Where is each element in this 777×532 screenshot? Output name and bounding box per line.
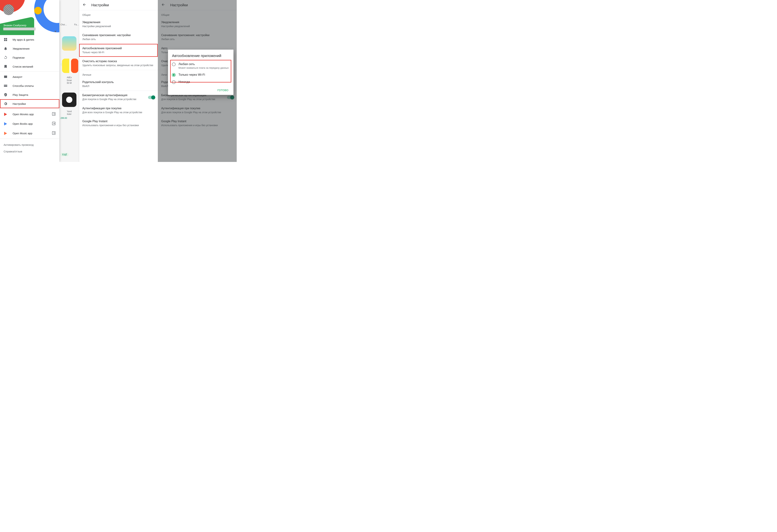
drawer-nav: My apps & games Уведомления Подписки Спи… xyxy=(0,35,60,162)
section-personal: Личные xyxy=(79,70,158,78)
row-subtitle: Настройки уведомлений xyxy=(82,25,155,28)
radio-any-network[interactable]: Любая сетьМожет взиматься плата за перед… xyxy=(172,60,229,71)
back-button[interactable] xyxy=(82,3,86,7)
row-instant: Google Play InstantИспользовать приложен… xyxy=(158,117,237,130)
app-thumbnail xyxy=(62,36,77,51)
row-title: Уведомления xyxy=(82,20,155,24)
account-email-blurred xyxy=(3,27,36,30)
done-button[interactable]: ГОТОВО xyxy=(216,87,229,93)
divider xyxy=(0,72,60,72)
row-clear-history[interactable]: Очистить историю поиска Удалить поисковы… xyxy=(79,57,158,70)
account-name: Энакин Скайуокер xyxy=(3,24,56,27)
page-title: Настройки xyxy=(91,3,109,7)
row-auth-purchase[interactable]: Аутентификация при покупке Для всех поку… xyxy=(79,104,158,117)
row-notifications[interactable]: Уведомления Настройки уведомлений xyxy=(79,18,158,31)
category-chip: Choi… xyxy=(61,23,67,26)
radio-label: Любая сеть xyxy=(179,62,229,66)
nav-open-books[interactable]: Open Books app xyxy=(0,119,60,129)
row-title: Очистить историю поиска xyxy=(82,59,155,63)
bookmark-icon xyxy=(4,64,8,69)
grid-icon xyxy=(4,37,8,41)
nav-label: Аккаунт xyxy=(13,75,22,78)
nav-subscriptions[interactable]: Подписки xyxy=(0,53,60,62)
open-external-icon xyxy=(52,122,56,126)
radio-icon xyxy=(172,73,176,77)
nav-label: Список желаний xyxy=(13,65,33,68)
nav-label: Подписки xyxy=(13,56,25,59)
row-title: Аутентификация при покупке xyxy=(82,106,155,110)
nav-wishlist[interactable]: Список желаний xyxy=(0,62,60,71)
nav-label: Способы оплаты xyxy=(13,84,34,87)
shield-icon xyxy=(4,93,8,97)
radio-label: Только через Wi-Fi xyxy=(179,73,205,77)
play-music-icon xyxy=(4,131,8,135)
nav-open-music[interactable]: Open Music app xyxy=(0,129,60,138)
card-icon xyxy=(4,84,8,88)
app-caption: AliExSmar63 M xyxy=(60,76,79,85)
row-instant[interactable]: Google Play Instant Использовать приложе… xyxy=(79,117,158,130)
nav-label: Open Movies app xyxy=(13,113,34,116)
more-pill[interactable]: ЕЩЁ xyxy=(61,153,69,156)
app-caption: Yandlister xyxy=(60,110,79,116)
play-books-icon xyxy=(4,122,8,126)
drawer-header[interactable]: Энакин Скайуокер xyxy=(0,0,60,35)
back-button xyxy=(161,3,165,7)
row-download-pref[interactable]: Скачивание приложения: настройки Любая с… xyxy=(79,31,158,44)
row-subtitle: Использовать приложения и игры без устан… xyxy=(82,124,155,127)
nav-help[interactable]: Справка/отзыв xyxy=(4,148,56,155)
chevron-down-icon[interactable] xyxy=(54,31,57,32)
row-auto-update[interactable]: Автообновление приложений Только через W… xyxy=(79,44,158,57)
app-thumbnail xyxy=(62,93,77,107)
nav-protect[interactable]: Play Защита xyxy=(0,90,60,99)
nav-notifications[interactable]: Уведомления xyxy=(0,44,60,53)
switch-toggle[interactable] xyxy=(151,96,155,99)
nav-account[interactable]: Аккаунт xyxy=(0,72,60,81)
play-movies-icon xyxy=(4,112,8,116)
row-subtitle: Для всех покупок в Google Play на этом у… xyxy=(82,111,155,114)
screenshot-settings: Настройки Общие Уведомления Настройки ув… xyxy=(79,0,158,162)
row-notifications: УведомленияНастройки уведомлений xyxy=(158,18,237,31)
row-title: Биометрическая аутентификация xyxy=(82,93,145,97)
page-title: Настройки xyxy=(170,3,188,7)
bell-icon xyxy=(4,46,8,50)
section-general: Общие xyxy=(158,10,237,18)
nav-redeem[interactable]: Активировать промокод xyxy=(4,141,56,148)
nav-label: Play Защита xyxy=(13,93,28,96)
app-thumbnail xyxy=(62,58,77,73)
screenshot-drawer: MUSIC Choi… Fa… ЕЩЁ AliExSmar63 M Yandli… xyxy=(0,0,79,162)
nav-settings[interactable]: Настройки xyxy=(0,99,60,108)
radio-never[interactable]: Никогда xyxy=(172,78,229,86)
row-subtitle: Для покупок в Google Play на этом устрой… xyxy=(82,98,145,101)
radio-icon xyxy=(172,62,176,66)
nav-payment[interactable]: Способы оплаты xyxy=(0,81,60,90)
open-external-icon xyxy=(52,112,56,117)
dialog-actions: ГОТОВО xyxy=(172,86,229,93)
nav-label: Настройки xyxy=(13,102,26,105)
nav-label: Open Books app xyxy=(13,122,33,125)
nav-open-movies[interactable]: Open Movies app xyxy=(0,110,60,119)
row-subtitle: Удалить поисковые запросы, введенные на … xyxy=(82,63,155,67)
store-content-peek: Choi… Fa… ЕЩЁ AliExSmar63 M Yandlister 2… xyxy=(60,0,79,162)
category-chip: Fa… xyxy=(74,23,79,26)
radio-wifi-only[interactable]: Только через Wi-Fi xyxy=(172,71,229,78)
section-general: Общие xyxy=(79,10,158,18)
drawer-footer: Активировать промокод Справка/отзыв xyxy=(0,139,60,157)
radio-label: Никогда xyxy=(179,80,190,84)
row-biometric[interactable]: Биометрическая аутентификация Для покупо… xyxy=(79,91,158,104)
row-parental[interactable]: Родительский контроль ВЫКЛ xyxy=(79,78,158,91)
gear-icon xyxy=(4,102,8,106)
radio-icon xyxy=(172,80,176,84)
row-subtitle: Любая сеть xyxy=(82,37,155,41)
row-download-pref: Скачивание приложения: настройкиЛюбая се… xyxy=(158,31,237,44)
refresh-icon xyxy=(4,55,8,59)
radio-sublabel: Может взиматься плата за передачу данных xyxy=(179,66,229,70)
nav-label: Уведомления xyxy=(13,47,29,50)
divider xyxy=(0,109,60,109)
dialog-title: Автообновление приложений xyxy=(172,53,229,58)
navigation-drawer: Энакин Скайуокер My apps & games Уведомл… xyxy=(0,0,60,162)
avatar[interactable] xyxy=(3,4,14,15)
row-title: Автообновление приложений xyxy=(82,46,155,50)
nav-my-apps[interactable]: My apps & games xyxy=(0,35,60,44)
screenshot-dialog: Настройки Общие УведомленияНастройки уве… xyxy=(158,0,237,162)
nav-label: Open Music app xyxy=(13,132,32,135)
